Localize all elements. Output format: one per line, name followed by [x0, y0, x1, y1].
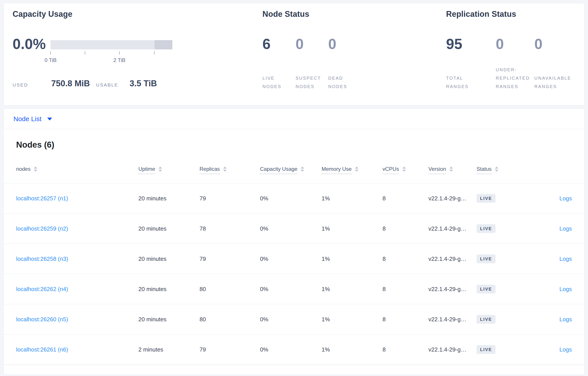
cell-uptime: 20 minutes — [138, 274, 167, 304]
logs-link[interactable]: Logs — [559, 195, 572, 202]
logs-link[interactable]: Logs — [559, 286, 572, 292]
node-status-title: Node Status — [262, 10, 309, 19]
vcpus-cell: 8 — [382, 286, 386, 292]
replicas-cell: 79 — [200, 346, 206, 353]
version-cell: v22.1.4-29-g… — [428, 195, 466, 202]
nodes-table-header: nodesUptimeReplicasCapacity UsageMemory … — [4, 158, 584, 183]
column-header-uptime[interactable]: Uptime — [138, 166, 162, 174]
version-cell: v22.1.4-29-g… — [428, 286, 466, 292]
column-header-label: Capacity Usage — [260, 166, 297, 174]
capacity-usage-cell: 0% — [260, 316, 268, 323]
cell-vcpus: 8 — [382, 334, 386, 365]
cell-memory: 1% — [322, 334, 330, 365]
replication-status-title: Replication Status — [446, 10, 516, 19]
gauge-tick — [154, 51, 155, 54]
table-row: localhost:26262 (n4)20 minutes800%1%8v22… — [4, 274, 584, 304]
logs-link[interactable]: Logs — [559, 316, 572, 323]
node-link[interactable]: localhost:26257 (n1) — [16, 195, 68, 202]
status-badge: LIVE — [477, 224, 495, 233]
vcpus-cell: 8 — [382, 225, 386, 232]
replicas-cell: 80 — [200, 316, 206, 323]
replicas-cell: 78 — [200, 225, 206, 232]
replicas-cell: 80 — [200, 286, 206, 292]
cell-vcpus: 8 — [382, 244, 386, 274]
cell-capacity: 0% — [260, 183, 268, 213]
capacity-gauge-bar — [51, 40, 172, 49]
column-header-label: Uptime — [138, 166, 155, 174]
capacity-usage-cell: 0% — [260, 195, 268, 202]
capacity-usage-cell: 0% — [260, 286, 268, 292]
memory-use-cell: 1% — [322, 256, 330, 262]
memory-use-cell: 1% — [322, 225, 330, 232]
cell-replicas: 79 — [200, 183, 206, 213]
cell-replicas: 80 — [200, 274, 206, 304]
cell-version: v22.1.4-29-g… — [428, 183, 466, 213]
cell-logs: Logs — [559, 334, 572, 365]
cell-capacity: 0% — [260, 304, 268, 334]
memory-use-cell: 1% — [322, 316, 330, 323]
cell-capacity: 0% — [260, 244, 268, 274]
usable-label: USABLE — [96, 82, 118, 88]
cell-uptime: 2 minutes — [138, 334, 163, 365]
cell-version: v22.1.4-29-g… — [428, 274, 466, 304]
node-link[interactable]: localhost:26262 (n4) — [16, 286, 68, 292]
sort-arrows-icon — [402, 167, 406, 172]
column-header-capacity[interactable]: Capacity Usage — [260, 166, 304, 174]
cell-version: v22.1.4-29-g… — [428, 334, 466, 365]
chevron-down-icon — [47, 118, 52, 120]
column-header-status[interactable]: Status — [477, 166, 498, 174]
suspect-nodes-count: 0 — [295, 36, 304, 52]
uptime-cell: 20 minutes — [138, 225, 167, 232]
node-link[interactable]: localhost:26260 (n5) — [16, 316, 68, 323]
cell-status: LIVE — [477, 274, 495, 304]
logs-link[interactable]: Logs — [559, 225, 572, 232]
version-cell: v22.1.4-29-g… — [428, 346, 466, 353]
cell-replicas: 80 — [200, 304, 206, 334]
version-cell: v22.1.4-29-g… — [428, 225, 466, 232]
node-link[interactable]: localhost:26259 (n2) — [16, 225, 68, 232]
logs-link[interactable]: Logs — [559, 256, 572, 262]
cluster-summary-panel: Capacity Usage 0.0% 0 TiB 2 TiB USED 750… — [3, 3, 585, 105]
cell-node: localhost:26258 (n3) — [16, 244, 68, 274]
node-list-header-row: Node List — [4, 109, 584, 129]
cell-vcpus: 8 — [382, 214, 386, 244]
gauge-tick-label-0: 0 TiB — [37, 57, 64, 63]
cell-capacity: 0% — [260, 214, 268, 244]
cell-node: localhost:26257 (n1) — [16, 183, 68, 213]
cell-logs: Logs — [559, 274, 572, 304]
node-list-dropdown[interactable]: Node List — [13, 109, 52, 129]
cell-status: LIVE — [477, 183, 495, 213]
capacity-percent-value: 0.0% — [13, 36, 46, 52]
column-header-replicas[interactable]: Replicas — [200, 166, 227, 174]
cell-replicas: 79 — [200, 244, 206, 274]
status-badge: LIVE — [477, 345, 495, 354]
capacity-usage-cell: 0% — [260, 346, 268, 353]
node-link[interactable]: localhost:26261 (n6) — [16, 346, 68, 353]
cell-replicas: 78 — [200, 214, 206, 244]
memory-use-cell: 1% — [322, 195, 330, 202]
column-header-label: Replicas — [200, 166, 220, 174]
capacity-usage-title: Capacity Usage — [13, 10, 72, 19]
column-header-label: Status — [477, 166, 492, 174]
column-header-node[interactable]: nodes — [16, 166, 37, 174]
column-header-label: nodes — [16, 166, 31, 174]
status-badge: LIVE — [477, 194, 495, 203]
sort-arrows-icon — [158, 167, 162, 172]
logs-link[interactable]: Logs — [559, 346, 572, 353]
cell-memory: 1% — [322, 304, 330, 334]
column-header-version[interactable]: Version — [428, 166, 453, 174]
column-header-memory[interactable]: Memory Use — [322, 166, 358, 174]
version-cell: v22.1.4-29-g… — [428, 256, 466, 262]
replicas-cell: 79 — [200, 195, 206, 202]
cell-memory: 1% — [322, 274, 330, 304]
cell-memory: 1% — [322, 244, 330, 274]
uptime-cell: 2 minutes — [138, 346, 163, 353]
node-list-panel: Node List Nodes (6) nodesUptimeReplicasC… — [3, 109, 585, 375]
uptime-cell: 20 minutes — [138, 316, 167, 323]
node-link[interactable]: localhost:26258 (n3) — [16, 256, 68, 262]
column-header-vcpus[interactable]: vCPUs — [382, 166, 406, 174]
status-badge: LIVE — [477, 285, 495, 293]
table-row: localhost:26261 (n6)2 minutes790%1%8v22.… — [4, 334, 584, 365]
status-badge: LIVE — [477, 254, 495, 263]
under-replicated-ranges-count: 0 — [496, 36, 504, 52]
